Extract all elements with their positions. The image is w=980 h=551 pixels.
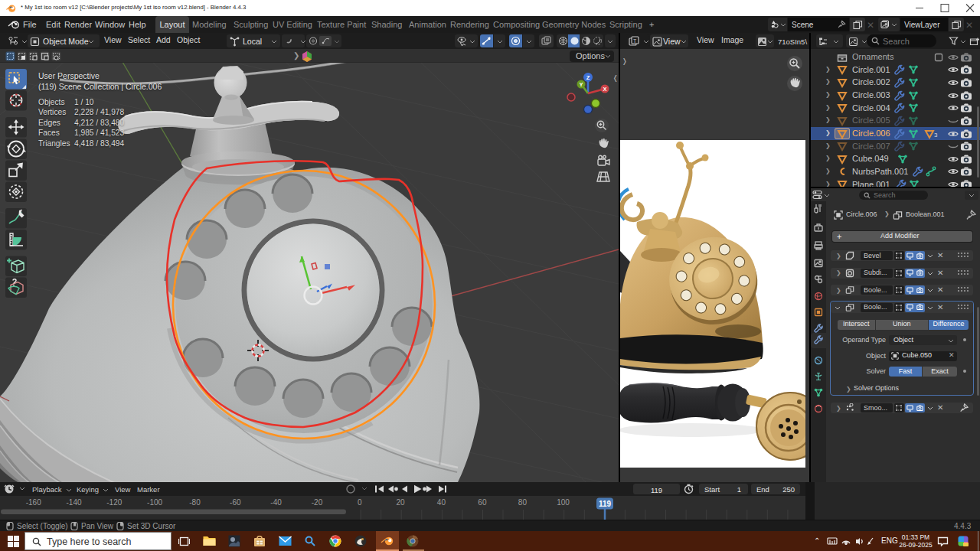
svg-text:-80: -80 <box>189 498 201 507</box>
svg-text:T: T <box>633 38 637 44</box>
svg-text:-20: -20 <box>312 498 323 507</box>
svg-text:-60: -60 <box>230 498 241 507</box>
svg-text:100: 100 <box>557 498 570 507</box>
svg-text:119: 119 <box>599 500 612 508</box>
svg-text:80: 80 <box>518 498 528 507</box>
svg-text:-140: -140 <box>66 498 81 507</box>
svg-text:-100: -100 <box>147 498 162 507</box>
svg-text:0: 0 <box>358 498 362 507</box>
svg-text:60: 60 <box>478 498 487 507</box>
svg-text:Z: Z <box>586 74 590 81</box>
svg-text:-120: -120 <box>106 498 122 507</box>
svg-text:X: X <box>603 86 606 93</box>
svg-text:-40: -40 <box>270 498 282 507</box>
svg-text:-160: -160 <box>26 498 41 507</box>
svg-text:20: 20 <box>397 498 406 507</box>
svg-text:Y: Y <box>579 81 583 88</box>
svg-text:40: 40 <box>437 498 446 507</box>
